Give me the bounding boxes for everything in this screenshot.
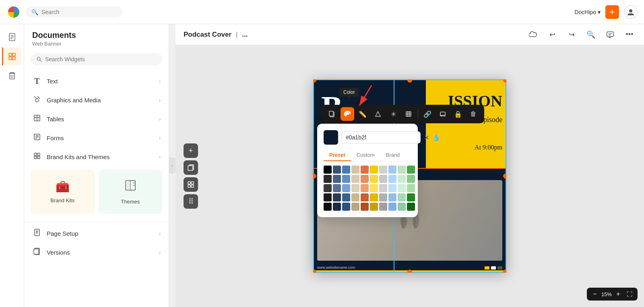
selection-handle-tl[interactable]: [313, 79, 316, 83]
grid-view-btn[interactable]: [184, 177, 198, 192]
palette-color[interactable]: [407, 175, 415, 183]
palette-color[interactable]: [388, 166, 396, 174]
brand-name[interactable]: DocHipo ▾: [574, 9, 601, 15]
palette-color[interactable]: [398, 166, 406, 174]
sidebar-item-tables[interactable]: Tables ›: [24, 110, 169, 129]
palette-color[interactable]: [351, 166, 359, 174]
palette-color[interactable]: [398, 175, 406, 183]
palette-color[interactable]: [361, 166, 369, 174]
sidebar-item-page-setup[interactable]: Page Setup ›: [24, 224, 169, 243]
palette-color[interactable]: [361, 175, 369, 183]
palette-color[interactable]: [361, 203, 369, 211]
collapse-handle[interactable]: ‹: [169, 158, 175, 174]
palette-color[interactable]: [342, 184, 350, 192]
dots-grid-btn[interactable]: ⠿: [184, 194, 198, 209]
undo-btn[interactable]: ↩: [546, 28, 559, 41]
widget-search[interactable]: [31, 53, 162, 65]
palette-color[interactable]: [407, 184, 415, 192]
palette-color[interactable]: [379, 166, 387, 174]
search-btn[interactable]: 🔍: [584, 28, 597, 41]
palette-color[interactable]: [342, 193, 350, 201]
palette-color[interactable]: [351, 175, 359, 183]
palette-color[interactable]: [324, 184, 332, 192]
palette-color[interactable]: [388, 175, 396, 183]
global-search[interactable]: 🔍: [26, 6, 122, 18]
palette-color[interactable]: [407, 166, 415, 174]
palette-color[interactable]: [379, 193, 387, 201]
palette-color[interactable]: [324, 175, 332, 183]
palette-color[interactable]: [398, 203, 406, 211]
sidebar-item-graphics[interactable]: Graphics and Media ›: [24, 91, 169, 110]
palette-color[interactable]: [324, 193, 332, 201]
palette-color[interactable]: [351, 193, 359, 201]
toolbar-link-btn[interactable]: 🔗: [421, 107, 434, 121]
palette-color[interactable]: [379, 184, 387, 192]
copy-layout-btn[interactable]: [184, 160, 198, 175]
sidebar-item-widgets[interactable]: [2, 48, 21, 65]
palette-color[interactable]: [342, 166, 350, 174]
tab-brand[interactable]: Brand: [380, 149, 406, 161]
sidebar-item-text[interactable]: T Text ›: [24, 72, 169, 91]
tab-custom[interactable]: Custom: [351, 149, 380, 161]
zoom-fullscreen-btn[interactable]: ⛶: [625, 289, 634, 299]
add-page-btn[interactable]: +: [184, 143, 198, 158]
palette-color[interactable]: [342, 203, 350, 211]
palette-color[interactable]: [379, 203, 387, 211]
themes-card[interactable]: Themes: [99, 170, 163, 214]
hex-input[interactable]: [341, 131, 421, 143]
sidebar-item-document[interactable]: [3, 28, 21, 46]
toolbar-effects-btn[interactable]: ✳: [386, 107, 400, 121]
user-icon[interactable]: [624, 5, 638, 19]
color-swatch[interactable]: [324, 130, 338, 145]
palette-color[interactable]: [324, 166, 332, 174]
palette-color[interactable]: [333, 193, 341, 201]
toolbar-copy-btn[interactable]: [325, 107, 339, 121]
selection-handle-tm[interactable]: [407, 79, 412, 83]
redo-btn[interactable]: ↪: [565, 28, 578, 41]
add-button[interactable]: +: [605, 5, 619, 19]
sidebar-item-brand-kits[interactable]: Brand Kits and Themes ›: [24, 147, 169, 166]
search-input[interactable]: [41, 9, 106, 15]
comment-btn[interactable]: [604, 28, 617, 41]
widget-search-input[interactable]: [45, 56, 157, 62]
palette-color[interactable]: [370, 175, 378, 183]
palette-color[interactable]: [407, 193, 415, 201]
palette-color[interactable]: [342, 175, 350, 183]
palette-color[interactable]: [333, 184, 341, 192]
palette-color[interactable]: [407, 203, 415, 211]
no-color-btn[interactable]: ✕: [424, 131, 429, 144]
palette-color[interactable]: [333, 175, 341, 183]
sidebar-item-trash[interactable]: [3, 67, 21, 85]
toolbar-lock-btn[interactable]: 🔒: [451, 107, 465, 121]
brand-kits-card[interactable]: 🧰 Brand Kits: [31, 170, 95, 214]
toolbar-layers-btn[interactable]: [436, 107, 450, 121]
selection-handle-rm[interactable]: [503, 174, 506, 178]
tab-preset[interactable]: Preset: [324, 149, 351, 161]
zoom-out-btn[interactable]: −: [590, 289, 600, 299]
more-btn[interactable]: •••: [623, 28, 636, 41]
zoom-in-btn[interactable]: +: [613, 289, 623, 299]
eyedropper-btn[interactable]: 💧: [432, 131, 440, 144]
palette-color[interactable]: [398, 184, 406, 192]
palette-color[interactable]: [333, 203, 341, 211]
sidebar-item-versions[interactable]: Versions ›: [24, 243, 169, 262]
toolbar-opacity-btn[interactable]: [402, 107, 415, 121]
palette-color[interactable]: [361, 193, 369, 201]
palette-color[interactable]: [351, 203, 359, 211]
palette-color[interactable]: [398, 193, 406, 201]
palette-color[interactable]: [324, 203, 332, 211]
palette-color[interactable]: [379, 175, 387, 183]
palette-color[interactable]: [388, 203, 396, 211]
palette-color[interactable]: [361, 184, 369, 192]
palette-color[interactable]: [370, 193, 378, 201]
palette-color[interactable]: [388, 193, 396, 201]
cloud-save-btn[interactable]: [526, 28, 539, 41]
palette-color[interactable]: [388, 184, 396, 192]
palette-color[interactable]: [333, 166, 341, 174]
sidebar-item-forms[interactable]: Forms ›: [24, 129, 169, 147]
palette-color[interactable]: [370, 166, 378, 174]
palette-color[interactable]: [351, 184, 359, 192]
selection-handle-lm[interactable]: [313, 174, 316, 178]
palette-color[interactable]: [370, 184, 378, 192]
palette-color[interactable]: [370, 203, 378, 211]
